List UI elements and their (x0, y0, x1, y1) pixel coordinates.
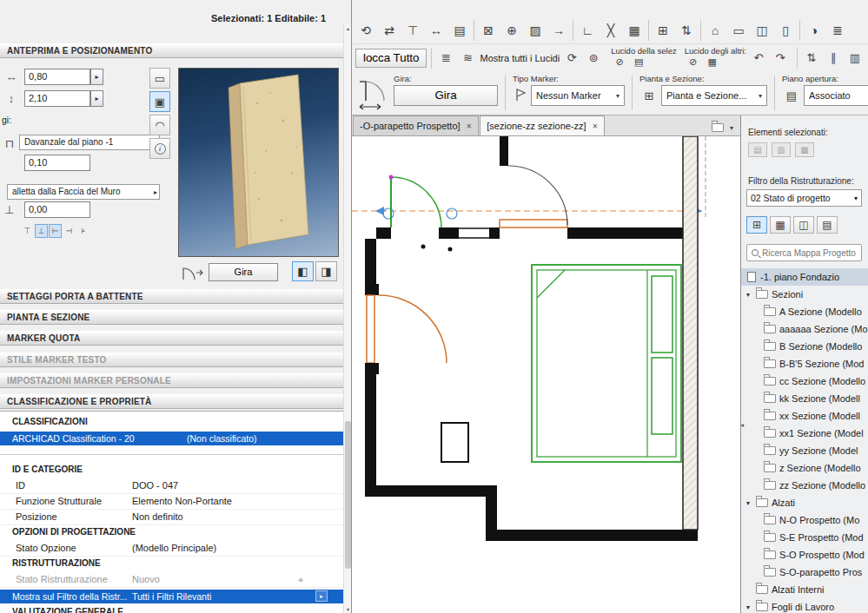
anchor-top-icon[interactable]: ⊤ (21, 224, 34, 238)
redo-icon[interactable]: ↷ (771, 49, 790, 68)
hide-others-layer-icon[interactable]: ⊘ (685, 56, 702, 69)
tab-sezione-zz[interactable]: [sezione-zz sezione-zz] ✕ (480, 115, 605, 135)
others-layer-icon[interactable]: ▦ (704, 56, 721, 69)
tree-item-section[interactable]: cc Sezione (Modello (741, 372, 868, 390)
tree-item-section[interactable]: zz Sezione (Modello (741, 477, 868, 494)
undo-icon[interactable]: ↶ (749, 49, 768, 68)
section-header-marker-quota[interactable]: MARKER QUOTA (0, 331, 344, 346)
tree-item-section[interactable]: A Sezione (Modello (741, 303, 868, 320)
unlock-all-button[interactable]: locca Tutto (355, 49, 427, 68)
tree-item-section[interactable]: B-B'5 Sezione (Mod (741, 355, 868, 372)
show-layers-icon[interactable]: ≋ (458, 49, 477, 68)
plan-symbol-view-button[interactable]: ▭ (149, 68, 170, 89)
sheet-icon[interactable]: ▤ (448, 19, 471, 41)
marker-type-select[interactable]: Nessun Marker ▾ (531, 85, 625, 106)
tree-item-elevation[interactable]: S-O Prospetto (Mod (741, 546, 868, 564)
3d-view-button[interactable]: ▣ (149, 91, 170, 112)
layers-stack-icon[interactable]: ≣ (436, 49, 455, 68)
plan-section-select[interactable]: Pianta e Sezione... ▾ (661, 85, 767, 106)
property-row-stato-opzione[interactable]: Stato Opzione (Modello Principale) (0, 541, 344, 557)
property-row-posizione[interactable]: Posizione Non definito (0, 510, 344, 525)
property-row-funzione[interactable]: Funzione Strutturale Elemento Non-Portan… (0, 494, 344, 510)
property-row-id[interactable]: ID DOO - 047 (0, 478, 344, 494)
swap-icon[interactable]: ⇅ (802, 49, 821, 68)
scrollbar-thumb[interactable] (345, 421, 351, 569)
tree-folder-fogli-di-lavoro[interactable]: ▾ Fogli di Lavoro (741, 598, 868, 613)
scroll-down-icon[interactable]: ▾ (344, 606, 352, 612)
reveal-reference-button[interactable]: alletta dalla Faccia del Muro ▸ (7, 184, 160, 200)
guides-icon[interactable]: ∥ (824, 49, 843, 68)
info-view-button[interactable]: i (149, 138, 170, 159)
tree-item-section[interactable]: z Sezione (Modello (741, 459, 868, 477)
hatch-set-icon[interactable]: ▥ (845, 49, 865, 68)
window-tool-icon[interactable]: ◫ (751, 19, 773, 41)
close-icon[interactable]: ✕ (467, 122, 473, 130)
tree-item-section[interactable]: xx Sezione (Modell (741, 407, 868, 425)
tree-folder-alzati-interni[interactable]: Alzati Interni (741, 581, 868, 598)
project-map-search[interactable] (746, 244, 862, 261)
section-header-pianta-sezione[interactable]: PIANTA E SEZIONE (0, 310, 344, 325)
column-tool-icon[interactable]: ▯ (774, 19, 797, 41)
anchor-left-icon[interactable]: ⊢ (49, 224, 62, 238)
scroll-up-icon[interactable]: ▴ (344, 25, 352, 31)
home-icon[interactable]: ⌂ (704, 19, 726, 41)
arrow-tool-icon[interactable]: → (547, 19, 570, 41)
grid-icon[interactable]: ▦ (623, 19, 646, 41)
gira-button[interactable]: Gira (394, 85, 498, 106)
section-header-classificazione[interactable]: CLASSIFICAZIONE E PROPRIETÀ (0, 394, 344, 409)
chevron-down-icon[interactable]: ▾ (746, 603, 756, 611)
wall-side-b-toggle[interactable]: ◨ (315, 261, 337, 281)
tree-item-story[interactable]: -1. piano Fondazio (741, 268, 868, 286)
anchor-center-icon[interactable]: ⊧ (76, 224, 89, 238)
list-view-icon[interactable]: ◫ (793, 216, 814, 234)
door-3d-preview[interactable] (178, 68, 339, 257)
merge-icon[interactable]: ⊕ (500, 19, 523, 41)
align-icon[interactable]: ⊤ (401, 19, 424, 41)
chevron-down-icon[interactable]: ▾ (746, 499, 756, 507)
search-input[interactable] (762, 248, 857, 258)
fill-icon[interactable]: ▨ (524, 19, 547, 41)
flyout-icon[interactable]: ▸ (315, 590, 328, 602)
mirror-icon[interactable]: ⇄ (378, 19, 401, 41)
door-height-flyout[interactable]: ▸ (90, 90, 103, 107)
plan-view-icon[interactable]: ⊞ (746, 216, 767, 234)
tree-item-elevation[interactable]: N-O Prospetto (Mo (741, 511, 868, 529)
door-width-flyout[interactable]: ▸ (90, 69, 103, 85)
flip-door-button[interactable]: Gira (209, 263, 278, 281)
tree-item-section[interactable]: xx1 Sezione (Model (741, 425, 868, 442)
intersect-icon[interactable]: ╳ (600, 19, 622, 41)
layers-icon[interactable]: ≣ (826, 19, 849, 41)
close-icon[interactable]: ✕ (593, 122, 599, 130)
chevron-down-icon[interactable]: ▾ (746, 291, 756, 299)
door-height-field[interactable]: 2,10 (24, 90, 90, 107)
tree-item-section[interactable]: B Sezione (Modello (741, 338, 868, 355)
pen-set-icon[interactable]: ◑ (803, 19, 825, 41)
section-header-stile-marker[interactable]: STILE MARKER TESTO (0, 353, 344, 367)
renovation-filter-row[interactable]: Mostra sul Filtro della Ristr... Tutti i… (0, 590, 344, 603)
section-view-button[interactable]: ◠ (149, 115, 170, 135)
tree-item-section[interactable]: yy Sezione (Model (741, 442, 868, 459)
tree-item-section[interactable]: aaaaaa Sezione (Mo (741, 320, 868, 338)
reveal-depth-field[interactable]: 0,00 (24, 201, 90, 218)
opening-floor-select[interactable]: Associato ▾ (804, 85, 868, 106)
wall-tool-icon[interactable]: ▭ (727, 19, 750, 41)
sort-icon[interactable]: ⇅ (675, 19, 698, 41)
section-header-anteprima[interactable]: ANTEPRIMA E POSIZIONAMENTO (0, 43, 344, 58)
anchor-right-icon[interactable]: ⊣ (63, 224, 76, 238)
layer-solo-icon[interactable]: ⊚ (584, 49, 603, 68)
tree-item-elevation[interactable]: S-O-parapetto Pros (741, 564, 868, 581)
stack-view-icon[interactable]: ▤ (817, 216, 838, 234)
wall-side-a-toggle[interactable]: ◧ (292, 261, 314, 281)
marquee-icon[interactable]: ⊠ (477, 19, 500, 41)
sill-height-field[interactable]: 0,10 (24, 155, 90, 171)
layer-cycle-icon[interactable]: ⟳ (562, 49, 581, 68)
door-width-field[interactable]: 0,80 (24, 69, 90, 85)
renovation-filter-select[interactable]: 02 Stato di progetto ▾ (746, 189, 862, 207)
stretch-icon[interactable]: ↔ (425, 19, 447, 41)
selection-layer-icon[interactable]: ▤ (630, 56, 647, 69)
tree-folder-sezioni[interactable]: ▾ Sezioni (741, 286, 868, 303)
tree-item-section[interactable]: kk Sezione (Modell (741, 390, 868, 407)
section-header-marker-personale[interactable]: IMPOSTAZIONI MARKER PERSONALE (0, 373, 344, 388)
tab-prospetto[interactable]: -O-parapetto Prospetto] ✕ (353, 115, 479, 135)
tree-folder-alzati[interactable]: ▾ Alzati (741, 494, 868, 511)
